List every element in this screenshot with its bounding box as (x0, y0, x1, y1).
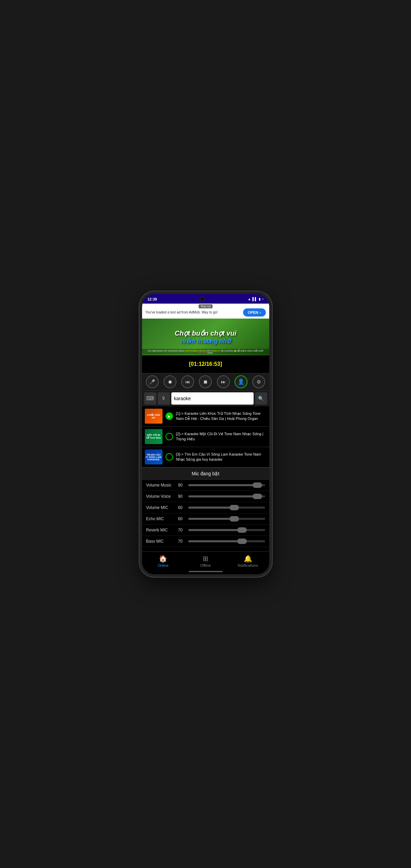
volume-music-value: 90 (178, 483, 186, 488)
volume-mic-label: Volume MIC (146, 505, 176, 510)
prev-icon: ⏮ (185, 379, 190, 385)
stop-icon: ⏹ (203, 379, 208, 385)
ad-open-button[interactable]: OPEN › (243, 308, 266, 317)
volume-voice-label: Volume Voice (146, 494, 176, 499)
voice-music-button[interactable]: 🎤 (146, 375, 159, 388)
echo-mic-row: Echo MIC 60 (142, 513, 269, 525)
gear-icon: ⚙ (257, 379, 261, 385)
status-time: 12:39 (148, 297, 157, 301)
volume-voice-fill (188, 495, 257, 497)
screen: 12:39 ▲ ▌▌ ▮ ● Test Ad You've loaded a t… (142, 294, 269, 574)
camera-notch (200, 297, 205, 302)
bass-mic-row: Bass MIC 70 (142, 536, 269, 547)
dot-icon: ● (262, 297, 264, 301)
song-thumbnail-3: TÌM EM CÂU VÍ SÔNG LAM KARAOKE (145, 449, 162, 464)
song-item-3[interactable]: TÌM EM CÂU VÍ SÔNG LAM KARAOKE [3]-> Tìm… (142, 447, 269, 467)
reverb-mic-label: Reverb MIC (146, 528, 176, 532)
video-bottom-text: CÁC BẠN ĐANG HÁT KARAOKE KÊNH HOÀI PHONG… (142, 349, 269, 355)
microphone-icon: 🎙 (161, 396, 166, 401)
bass-mic-label: Bass MIC (146, 539, 176, 544)
sliders-area: Volume Music 90 Volume Voice 90 Volume M… (142, 480, 269, 547)
echo-mic-thumb[interactable] (229, 516, 239, 522)
bell-icon: 🔔 (244, 555, 252, 563)
volume-music-thumb[interactable] (253, 482, 262, 488)
ad-text: You've loaded a test ad from AdMob. Way … (145, 310, 243, 314)
thumb-label-3: TÌM EM CÂU VÍ SÔNG LAM KARAOKE (145, 449, 162, 464)
mic-status-bar: Mic đang bật (142, 467, 269, 480)
video-title-line2: niềm thương nhớ (181, 337, 230, 345)
bass-mic-track[interactable] (188, 540, 265, 542)
settings-button[interactable]: ⚙ (252, 375, 265, 388)
bass-mic-fill (188, 540, 242, 542)
play-indicator-1: ▶ (165, 412, 173, 420)
volume-mic-fill (188, 507, 235, 509)
song-title-2: [2]-> Karaoke Một Cõi Đi Về Tone Nam Nhạ… (176, 431, 267, 442)
signal-icon: ▌▌ (252, 297, 257, 301)
home-indicator (142, 569, 269, 574)
next-button[interactable]: ⏭ (217, 375, 230, 388)
avatar-button[interactable]: 👤 (235, 375, 247, 388)
grid-icon: ⊞ (203, 555, 208, 563)
search-input[interactable] (171, 392, 254, 405)
volume-music-row: Volume Music 90 (142, 480, 269, 491)
volume-mic-thumb[interactable] (229, 505, 239, 510)
nav-online-label: Online (158, 563, 169, 567)
status-bar: 12:39 ▲ ▌▌ ▮ ● (142, 294, 269, 304)
song-list: CHIỀU SÂN GA ▶ [1]-> Karaoke Liên Khúc T… (142, 406, 269, 467)
volume-mic-value: 60 (178, 505, 186, 510)
song-thumbnail-2: MỘT CÕI ĐI VỀ Tone Nam (145, 429, 162, 444)
prev-button[interactable]: ⏮ (181, 375, 194, 388)
player-timestamp: [01:12/16:53] (189, 361, 222, 367)
record-button[interactable]: ⏺ (164, 375, 176, 388)
video-background: Chợt buồn chợt vui niềm thương nhớ CÁC B… (142, 319, 269, 355)
reverb-mic-fill (188, 529, 242, 531)
reverb-mic-thumb[interactable] (237, 527, 247, 533)
volume-voice-thumb[interactable] (253, 494, 262, 499)
thumb-label-1: CHIỀU SÂN GA (145, 409, 162, 424)
search-icon: 🔍 (258, 396, 264, 401)
mic-status-text: Mic đang bật (192, 471, 219, 476)
volume-voice-track[interactable] (188, 495, 265, 497)
home-icon: 🏠 (159, 555, 167, 563)
video-area: Chợt buồn chợt vui niềm thương nhớ CÁC B… (142, 319, 269, 355)
record-icon: ⏺ (168, 379, 172, 385)
search-bar: ⌨ 🎙 🔍 (142, 391, 269, 406)
nav-notifications[interactable]: 🔔 Notifications (227, 552, 269, 569)
ad-label: Test Ad (199, 304, 213, 308)
reverb-mic-track[interactable] (188, 529, 265, 531)
play-circle-empty-3 (166, 453, 173, 461)
stop-button[interactable]: ⏹ (199, 375, 212, 388)
play-circle-filled-1: ▶ (166, 412, 173, 420)
video-title-line1: Chợt buồn chợt vui (175, 329, 237, 337)
echo-mic-label: Echo MIC (146, 516, 176, 521)
volume-music-track[interactable] (188, 484, 265, 486)
song-item-2[interactable]: MỘT CÕI ĐI VỀ Tone Nam [2]-> Karaoke Một… (142, 427, 269, 447)
nav-notifications-label: Notifications (238, 563, 258, 567)
nav-offline[interactable]: ⊞ Offline (184, 552, 227, 569)
keyboard-icon-box: ⌨ (144, 392, 156, 405)
reverb-mic-value: 70 (178, 528, 186, 532)
nav-online[interactable]: 🏠 Online (142, 552, 185, 569)
bass-mic-thumb[interactable] (237, 539, 247, 544)
song-item-1[interactable]: CHIỀU SÂN GA ▶ [1]-> Karaoke Liên Khúc T… (142, 406, 269, 427)
voice-music-icon: 🎤 (149, 379, 155, 385)
keyboard-icon: ⌨ (146, 395, 154, 402)
echo-mic-value: 60 (178, 516, 186, 521)
play-circle-empty-2 (166, 433, 173, 440)
song-title-3: [3]-> Tìm Em Câu Ví Sông Lam Karaoke Ton… (176, 452, 267, 462)
search-button[interactable]: 🔍 (255, 392, 267, 405)
song-thumbnail-1: CHIỀU SÂN GA (145, 409, 162, 424)
chevron-right-icon: › (260, 310, 261, 314)
phone-frame: 12:39 ▲ ▌▌ ▮ ● Test Ad You've loaded a t… (139, 291, 272, 577)
player-area: [01:12/16:53] (142, 355, 269, 373)
volume-music-fill (188, 484, 257, 486)
volume-voice-row: Volume Voice 90 (142, 491, 269, 502)
wifi-icon: ▲ (248, 297, 251, 301)
bass-mic-value: 70 (178, 539, 186, 544)
echo-mic-fill (188, 518, 235, 520)
volume-voice-value: 90 (178, 494, 186, 499)
status-icons: ▲ ▌▌ ▮ ● (248, 297, 264, 301)
echo-mic-track[interactable] (188, 518, 265, 520)
battery-icon: ▮ (259, 297, 261, 301)
volume-mic-track[interactable] (188, 507, 265, 509)
